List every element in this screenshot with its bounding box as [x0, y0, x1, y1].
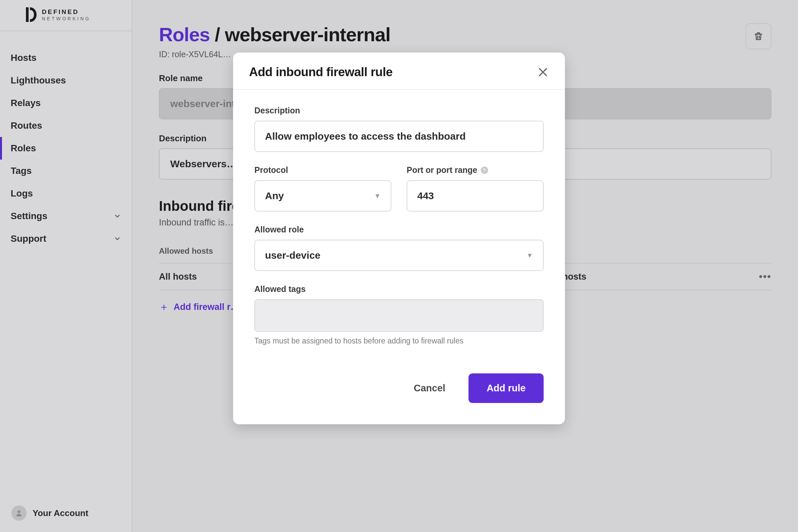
- caret-down-icon: ▼: [374, 192, 381, 200]
- modal-protocol-label: Protocol: [254, 165, 391, 175]
- modal-allowed-role-select[interactable]: user-device ▼: [254, 240, 544, 271]
- modal-allowed-role-label: Allowed role: [254, 225, 544, 234]
- cancel-button[interactable]: Cancel: [404, 375, 455, 402]
- add-rule-modal: Add inbound firewall rule Description Pr…: [233, 53, 565, 424]
- modal-overlay[interactable]: Add inbound firewall rule Description Pr…: [0, 0, 798, 532]
- caret-down-icon: ▼: [526, 252, 533, 259]
- modal-allowed-tags-input[interactable]: [254, 299, 544, 332]
- modal-description-label: Description: [254, 106, 544, 115]
- modal-tags-hint: Tags must be assigned to hosts before ad…: [254, 337, 544, 345]
- modal-protocol-select[interactable]: Any ▼: [254, 180, 391, 211]
- modal-description-input[interactable]: [254, 121, 544, 152]
- close-icon[interactable]: [537, 66, 549, 78]
- modal-port-input[interactable]: [407, 180, 544, 211]
- modal-title: Add inbound firewall rule: [249, 65, 393, 79]
- modal-allowed-tags-label: Allowed tags: [254, 284, 544, 294]
- help-icon[interactable]: ?: [481, 167, 488, 174]
- add-rule-button[interactable]: Add rule: [469, 374, 544, 403]
- modal-port-label: Port or port range ?: [407, 165, 544, 175]
